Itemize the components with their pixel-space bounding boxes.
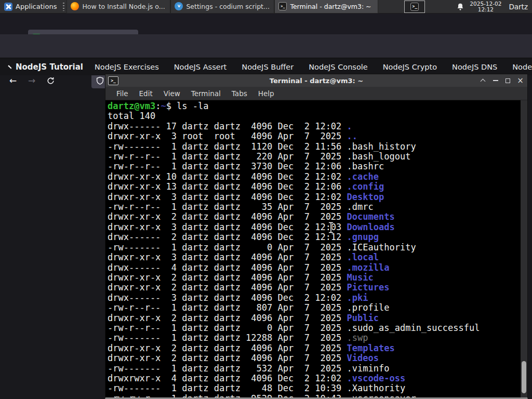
terminal-output-line: drwx------ 2 dartz dartz 4096 Dec 2 12:1… bbox=[108, 232, 527, 242]
applications-label: Applications bbox=[16, 3, 57, 10]
listing-name: .local bbox=[347, 252, 379, 262]
listing-meta: -rw------- 1 dartz dartz 1120 Dec 2 11:5… bbox=[108, 141, 347, 152]
firefox-tab-bar: GG How to Install Node.js o × + × bbox=[0, 14, 532, 34]
shield-icon bbox=[96, 76, 104, 85]
listing-meta: drwxrwxr-x 4 dartz dartz 4096 Dec 2 12:0… bbox=[108, 373, 347, 383]
terminal-close-button[interactable]: × bbox=[515, 76, 525, 86]
vscodium-icon: V bbox=[175, 2, 183, 10]
terminal-menu-tabs[interactable]: Tabs bbox=[230, 88, 249, 99]
navbar-link[interactable]: NodeJS Console bbox=[309, 63, 368, 71]
listing-meta: drwxr-xr-x 2 dartz dartz 4096 Apr 7 2025 bbox=[108, 353, 347, 363]
terminal-output-line: drwx------ 3 dartz dartz 4096 Dec 2 12:0… bbox=[108, 293, 527, 303]
panel-handle bbox=[63, 3, 64, 11]
forward-button[interactable]: → bbox=[25, 74, 38, 87]
terminal-listing: drwx------ 17 dartz dartz 4096 Dec 2 12:… bbox=[108, 122, 527, 397]
terminal-menu-view[interactable]: View bbox=[162, 88, 182, 99]
listing-meta: drwxr-xr-x 3 dartz dartz 4096 Dec 2 12:0… bbox=[108, 192, 347, 202]
listing-name: Public bbox=[347, 313, 379, 323]
terminal-output-line: drwxr-xr-x 13 dartz dartz 4096 Dec 2 12:… bbox=[108, 182, 527, 192]
listing-name: .vscode-oss bbox=[347, 373, 406, 383]
panel-window-button[interactable]: >_Terminal - dartz@vm3: ~ bbox=[274, 0, 378, 14]
terminal-output-line: drwxr-xr-x 3 dartz dartz 4096 Dec 2 12:0… bbox=[108, 192, 527, 202]
panel-window-button[interactable]: VSettings - codium script... bbox=[170, 0, 274, 14]
chevron-left-icon[interactable] bbox=[8, 65, 11, 69]
terminal-icon: >_ bbox=[278, 2, 287, 10]
terminal-prompt-line: dartz@vm3:~$ ls -la bbox=[108, 101, 527, 111]
navbar-link[interactable]: NodeJS Assert bbox=[174, 63, 227, 71]
listing-meta: drwxr-xr-x 2 dartz dartz 4096 Apr 7 2025 bbox=[108, 313, 347, 323]
clock-time: 12:12 bbox=[470, 7, 501, 12]
listing-meta: drwxr-xr-x 13 dartz dartz 4096 Dec 2 12:… bbox=[108, 181, 347, 192]
terminal-output-line: -rw-r--r-- 1 dartz dartz 807 Apr 7 2025 … bbox=[108, 303, 527, 313]
listing-meta: -rw------- 1 dartz dartz 48 Dec 2 10:39 bbox=[108, 383, 347, 393]
prompt-user-host: dartz@vm3 bbox=[108, 101, 155, 111]
listing-name: .Xauthority bbox=[347, 383, 406, 393]
listing-name: .xscreensaver bbox=[347, 393, 416, 397]
terminal-minimize-button[interactable] bbox=[490, 76, 500, 86]
listing-name: .pki bbox=[347, 292, 368, 303]
listing-meta: drwxr-xr-x 3 root root 4096 Apr 7 2025 bbox=[108, 131, 347, 141]
terminal-menu-terminal[interactable]: Terminal bbox=[189, 88, 223, 99]
gfg-navbar: NodeJS Tutorial NodeJS ExercisesNodeJS A… bbox=[0, 58, 532, 75]
listing-meta: drwxr-xr-x 2 dartz dartz 4096 Apr 7 2025 bbox=[108, 211, 347, 222]
terminal-output-line: drwxr-xr-x 2 dartz dartz 4096 Apr 7 2025… bbox=[108, 343, 527, 353]
terminal-titlebar[interactable]: >_ Terminal - dartz@vm3: ~ × bbox=[105, 74, 527, 87]
terminal-output-line: -rw-r--r-- 1 dartz dartz 35 Apr 7 2025 .… bbox=[108, 202, 527, 212]
terminal-scrollbar[interactable] bbox=[521, 100, 527, 397]
listing-name: Pictures bbox=[347, 282, 390, 292]
terminal-menu-file[interactable]: File bbox=[114, 88, 130, 99]
panel-window-label: Settings - codium script... bbox=[186, 3, 269, 10]
panel-window-label: How to Install Node.js o... bbox=[82, 3, 165, 10]
listing-name: .bash_history bbox=[347, 141, 416, 152]
listing-meta: drwx------ 2 dartz dartz 4096 Dec 2 12:1… bbox=[108, 232, 347, 242]
notification-bell-icon[interactable] bbox=[456, 3, 464, 11]
terminal-window-title: Terminal - dartz@vm3: ~ bbox=[105, 77, 527, 85]
listing-meta: drwx------ 17 dartz dartz 4096 Dec 2 12:… bbox=[108, 121, 347, 131]
tray-terminal-indicator[interactable]: >_ bbox=[404, 1, 425, 13]
navbar-link-tutorial[interactable]: NodeJS Tutorial bbox=[16, 62, 83, 72]
navbar-link[interactable]: Node bbox=[512, 63, 532, 71]
terminal-maximize-button[interactable] bbox=[503, 76, 513, 86]
terminal-output-line: drwxr-xr-x 2 dartz dartz 4096 Apr 7 2025… bbox=[108, 353, 527, 363]
listing-name: Desktop bbox=[347, 192, 384, 202]
terminal-output-line: drwxrwxr-x 4 dartz dartz 4096 Dec 2 12:0… bbox=[108, 374, 527, 383]
listing-name: .config bbox=[347, 181, 384, 192]
navbar-link[interactable]: NodeJS Buffer bbox=[242, 63, 294, 71]
terminal-output-line: drwx------ 17 dartz dartz 4096 Dec 2 12:… bbox=[108, 122, 527, 131]
user-menu[interactable]: Dartz bbox=[507, 3, 528, 11]
reload-button[interactable] bbox=[44, 74, 57, 87]
listing-meta: drwxr-xr-x 3 dartz dartz 4096 Apr 7 2025 bbox=[108, 252, 347, 262]
terminal-menu-edit[interactable]: Edit bbox=[137, 88, 155, 99]
minimize-icon bbox=[493, 80, 498, 81]
top-panel: Applications How to Install Node.js o...… bbox=[0, 0, 532, 14]
terminal-output-line: drwxr-xr-x 2 dartz dartz 4096 Apr 7 2025… bbox=[108, 212, 527, 222]
back-button[interactable]: ← bbox=[7, 74, 19, 87]
terminal-output-line: -rw-r--r-- 1 dartz dartz 0 Apr 7 2025 .s… bbox=[108, 323, 527, 333]
scrollbar-thumb[interactable] bbox=[522, 361, 526, 393]
navbar-links: NodeJS ExercisesNodeJS AssertNodeJS Buff… bbox=[95, 63, 532, 71]
navbar-link[interactable]: NodeJS DNS bbox=[452, 63, 497, 71]
terminal-menu-help[interactable]: Help bbox=[256, 88, 276, 99]
applications-menu-button[interactable]: Applications bbox=[0, 0, 61, 14]
clock-date: 2025-12-02 bbox=[470, 1, 501, 7]
terminal-window: >_ Terminal - dartz@vm3: ~ × FileEditVie… bbox=[105, 74, 528, 399]
reload-icon bbox=[46, 76, 55, 85]
navbar-link[interactable]: NodeJS Crypto bbox=[383, 63, 437, 71]
listing-name: .mozilla bbox=[347, 262, 390, 273]
listing-name: .gnupg bbox=[347, 232, 379, 242]
terminal-output-line: drwxr-xr-x 3 dartz dartz 4096 Dec 2 12:0… bbox=[108, 222, 527, 232]
navbar-link[interactable]: NodeJS Exercises bbox=[95, 63, 159, 71]
terminal-screen[interactable]: dartz@vm3:~$ ls -la total 140 drwx------… bbox=[106, 100, 527, 397]
panel-clock[interactable]: 2025-12-02 12:12 bbox=[470, 1, 501, 12]
listing-name: .sudo_as_admin_successful bbox=[347, 323, 480, 333]
panel-window-button[interactable]: How to Install Node.js o... bbox=[66, 0, 170, 14]
terminal-total-line: total 140 bbox=[108, 111, 527, 121]
terminal-output-line: drwxr-xr-x 2 dartz dartz 4096 Apr 7 2025… bbox=[108, 273, 527, 283]
listing-meta: -rw------- 1 dartz dartz 0 Apr 7 2025 bbox=[108, 242, 347, 252]
prompt-symbol: $ bbox=[166, 101, 177, 111]
terminal-icon: >_ bbox=[410, 3, 419, 11]
listing-name: Videos bbox=[347, 353, 379, 363]
listing-name: .profile bbox=[347, 302, 390, 313]
terminal-shade-button[interactable] bbox=[478, 76, 488, 86]
prompt-separator: : bbox=[155, 101, 161, 111]
